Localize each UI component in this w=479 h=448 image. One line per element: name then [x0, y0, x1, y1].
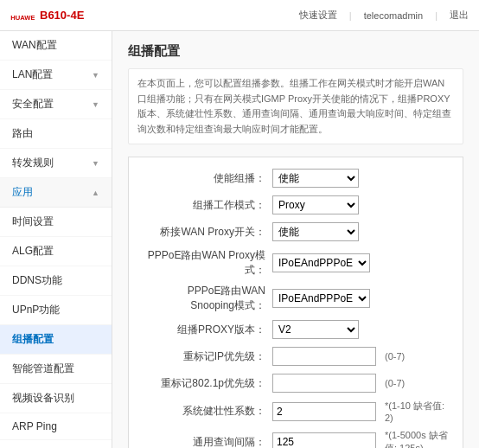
logo: HUAWEI B610-4E	[10, 8, 84, 23]
sidebar-label-lan: LAN配置	[12, 67, 53, 82]
form-row-robustness: 系统健壮性系数： *(1-10 缺省值: 2)	[143, 400, 449, 423]
sidebar-item-time[interactable]: 时间设置	[0, 208, 112, 237]
sidebar-item-security[interactable]: 安全配置 ▼	[0, 90, 112, 119]
sidebar-item-upnp[interactable]: UPnP功能	[0, 296, 112, 325]
form-row-enable-multicast: 使能组播： 使能 禁用	[143, 168, 449, 189]
chevron-up-icon: ▲	[92, 189, 99, 197]
logout-link[interactable]: 退出	[450, 9, 469, 22]
label-query-interval: 通用查询间隔：	[143, 435, 272, 448]
form-row-pppoe-wan-proxy: PPPoE路由WAN Proxy模式： IPoEAndPPPoE IPoE on…	[143, 248, 449, 278]
svg-text:HUAWEI: HUAWEI	[10, 13, 35, 21]
label-robustness: 系统健壮性系数：	[143, 404, 272, 419]
control-8021p-priority: (0-7)	[272, 374, 449, 393]
control-query-interval: *(1-5000s 缺省值: 125s)	[272, 429, 449, 448]
control-proxy-version: V1 V2 V3	[272, 320, 449, 339]
form-row-bridge-wan-proxy: 桥接WAN Proxy开关： 使能 禁用	[143, 221, 449, 242]
input-robustness[interactable]	[272, 402, 376, 421]
label-pppoe-wan-snooping: PPPoE路由WAN Snooping模式：	[143, 284, 272, 313]
sidebar-item-arp[interactable]: ARP Ping	[0, 413, 112, 440]
input-ip-priority[interactable]	[272, 347, 376, 366]
control-pppoe-wan-snooping: IPoEAndPPPoE IPoE only PPPoE only	[272, 289, 449, 308]
form-row-8021p-priority: 重标记802.1p优先级： (0-7)	[143, 373, 449, 394]
sidebar-label-apps: 应用	[12, 185, 33, 200]
header-right: 快速设置 | telecomadmin | 退出	[299, 9, 469, 22]
chevron-down-icon: ▼	[92, 159, 99, 168]
label-8021p-priority: 重标记802.1p优先级：	[143, 376, 272, 391]
form-row-proxy-version: 组播PROXY版本： V1 V2 V3	[143, 319, 449, 340]
select-work-mode[interactable]: Proxy Snooping	[272, 195, 359, 214]
sidebar-item-apps[interactable]: 应用 ▲	[0, 178, 112, 208]
hint-ip-priority: (0-7)	[385, 351, 405, 362]
sidebar-label-video: 视频设备识别	[12, 391, 74, 406]
label-ip-priority: 重标记IP优先级：	[143, 349, 272, 364]
control-robustness: *(1-10 缺省值: 2)	[272, 400, 449, 423]
main-content: 组播配置 在本页面上，您可以配置组播参数。组播工作在网关模式时才能开启WAN口组…	[112, 31, 479, 448]
label-work-mode: 组播工作模式：	[143, 198, 272, 213]
control-work-mode: Proxy Snooping	[272, 195, 449, 214]
main-layout: WAN配置 LAN配置 ▼ 安全配置 ▼ 路由 转发规则 ▼ 应用 ▲ 时间设置…	[0, 31, 479, 448]
sidebar-label-igmp: 组播配置	[12, 332, 54, 347]
control-enable-multicast: 使能 禁用	[272, 169, 449, 188]
label-proxy-version: 组播PROXY版本：	[143, 323, 272, 337]
sidebar-item-igmp[interactable]: 组播配置	[0, 325, 112, 355]
sidebar-label-smart: 智能管道配置	[12, 362, 74, 376]
label-bridge-wan-proxy: 桥接WAN Proxy开关：	[143, 225, 272, 240]
select-enable-multicast[interactable]: 使能 禁用	[272, 169, 359, 188]
sidebar-item-dns[interactable]: 静态DNS	[0, 440, 112, 448]
sidebar-label-routing: 路由	[12, 126, 33, 141]
sidebar-label-time: 时间设置	[12, 214, 54, 229]
sidebar-label-arp: ARP Ping	[12, 420, 57, 432]
form-row-query-interval: 通用查询间隔： *(1-5000s 缺省值: 125s)	[143, 429, 449, 448]
label-enable-multicast: 使能组播：	[143, 171, 272, 186]
form-row-ip-priority: 重标记IP优先级： (0-7)	[143, 346, 449, 367]
sidebar-label-forwarding: 转发规则	[12, 156, 54, 170]
form-section: 使能组播： 使能 禁用 组播工作模式： Proxy Snooping	[128, 157, 463, 448]
sidebar-item-forwarding[interactable]: 转发规则 ▼	[0, 149, 112, 178]
hint-robustness: *(1-10 缺省值: 2)	[385, 400, 449, 423]
select-pppoe-wan-snooping[interactable]: IPoEAndPPPoE IPoE only PPPoE only	[272, 289, 370, 308]
control-bridge-wan-proxy: 使能 禁用	[272, 222, 449, 241]
sidebar-item-wan[interactable]: WAN配置	[0, 31, 112, 61]
select-proxy-version[interactable]: V1 V2 V3	[272, 320, 359, 339]
form-row-pppoe-wan-snooping: PPPoE路由WAN Snooping模式： IPoEAndPPPoE IPoE…	[143, 284, 449, 313]
model-name: B610-4E	[40, 9, 84, 22]
page-title: 组播配置	[128, 43, 463, 60]
hint-query-interval: *(1-5000s 缺省值: 125s)	[385, 429, 449, 448]
label-pppoe-wan-proxy: PPPoE路由WAN Proxy模式：	[143, 248, 272, 278]
input-query-interval[interactable]	[272, 432, 376, 448]
page-description: 在本页面上，您可以配置组播参数。组播工作在网关模式时才能开启WAN口组播功能；只…	[128, 68, 463, 144]
sidebar-label-security: 安全配置	[12, 97, 54, 112]
control-pppoe-wan-proxy: IPoEAndPPPoE IPoE only PPPoE only	[272, 253, 449, 272]
sidebar-label-alg: ALG配置	[12, 244, 54, 259]
chevron-down-icon: ▼	[92, 100, 99, 109]
sidebar-label-ddns: DDNS功能	[12, 273, 62, 288]
sidebar-item-ddns[interactable]: DDNS功能	[0, 266, 112, 296]
sidebar-item-smart[interactable]: 智能管道配置	[0, 355, 112, 384]
username: telecomadmin	[364, 10, 423, 21]
sidebar-label-wan: WAN配置	[12, 38, 57, 53]
select-bridge-wan-proxy[interactable]: 使能 禁用	[272, 222, 359, 241]
control-ip-priority: (0-7)	[272, 347, 449, 366]
header: HUAWEI B610-4E 快速设置 | telecomadmin | 退出	[0, 0, 479, 31]
hint-8021p-priority: (0-7)	[385, 378, 405, 388]
sidebar-item-routing[interactable]: 路由	[0, 119, 112, 149]
sidebar-item-lan[interactable]: LAN配置 ▼	[0, 61, 112, 90]
sidebar-item-video[interactable]: 视频设备识别	[0, 384, 112, 413]
sidebar-label-upnp: UPnP功能	[12, 303, 60, 317]
sidebar-item-alg[interactable]: ALG配置	[0, 237, 112, 266]
form-row-work-mode: 组播工作模式： Proxy Snooping	[143, 195, 449, 215]
quick-settings-link[interactable]: 快速设置	[299, 9, 337, 22]
sidebar: WAN配置 LAN配置 ▼ 安全配置 ▼ 路由 转发规则 ▼ 应用 ▲ 时间设置…	[0, 31, 112, 448]
select-pppoe-wan-proxy[interactable]: IPoEAndPPPoE IPoE only PPPoE only	[272, 253, 370, 272]
input-8021p-priority[interactable]	[272, 374, 376, 393]
chevron-down-icon: ▼	[92, 71, 99, 80]
